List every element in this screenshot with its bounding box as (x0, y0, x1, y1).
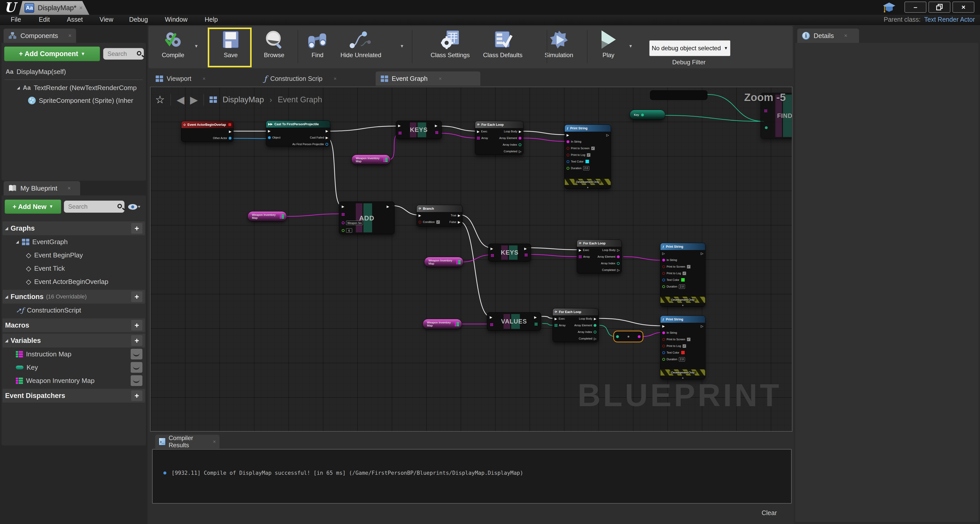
add-macros-button[interactable]: + (131, 320, 142, 330)
map-pin[interactable] (555, 324, 557, 327)
exec-pin[interactable]: ▶ (594, 317, 597, 321)
node-values[interactable]: VALUES▶▶ (487, 312, 541, 330)
expand-caret-icon[interactable]: ▲ (587, 186, 589, 189)
node-for-each-loop[interactable]: ⟳For Each Loop▶ExecLoop Body▷ArrayArray … (577, 240, 622, 273)
checkbox[interactable]: ✓ (682, 344, 686, 348)
color-swatch[interactable] (681, 351, 685, 355)
my-blueprint-search-input[interactable] (64, 200, 124, 213)
exec-pin[interactable]: ▶ (534, 316, 537, 319)
data-pin[interactable] (638, 335, 641, 338)
data-pin[interactable] (662, 259, 665, 262)
map-pin[interactable] (490, 323, 493, 326)
compiler-results-tab[interactable]: ›_ Compiler Results× (155, 435, 220, 448)
checkbox[interactable]: ✓ (687, 265, 690, 268)
menu-help[interactable]: Help (205, 16, 218, 23)
tab-close-icon[interactable]: × (334, 76, 337, 82)
tab-event-graph[interactable]: Event Graph× (375, 71, 480, 86)
nav-back-icon[interactable]: ◀ (177, 94, 185, 106)
data-pin[interactable] (662, 272, 665, 275)
map-pin[interactable] (399, 132, 401, 135)
bp-item-event-actorbeginoverlap[interactable]: ◇Event ActorBeginOverlap (2, 275, 146, 288)
add-graphs-button[interactable]: + (131, 223, 142, 234)
component-textrender-newtextrendercomp[interactable]: ◢AaTextRender (NewTextRenderComp (2, 81, 146, 94)
value-field[interactable]: 2.0 (679, 284, 685, 289)
exec-pin[interactable]: ▶ (435, 124, 438, 127)
expand-caret-icon[interactable]: ▲ (682, 376, 684, 379)
menu-file[interactable]: File (11, 16, 21, 23)
bp-item-instruction-map[interactable]: Instruction Map (2, 348, 146, 361)
favorite-star-icon[interactable]: ☆ (155, 94, 165, 106)
play-options-caret[interactable]: ▾ (629, 43, 632, 49)
value-field[interactable]: 6 (346, 228, 352, 233)
tab-viewport[interactable]: Viewport× (151, 71, 258, 86)
value-field[interactable]: 2.0 (679, 357, 685, 362)
exec-pin[interactable]: ▶ (519, 130, 522, 133)
data-pin[interactable] (662, 345, 665, 348)
exec-pin[interactable]: ▶ (490, 316, 492, 319)
close-button[interactable]: × (953, 2, 974, 13)
section-macros[interactable]: Macros+ (3, 318, 145, 332)
asset-tab-displaymap[interactable]: Aa DisplayMap* × (19, 1, 89, 15)
hide-unrelated-caret[interactable]: ▾ (401, 43, 403, 49)
data-pin[interactable] (519, 137, 522, 140)
data-pin[interactable] (325, 143, 328, 146)
node-add[interactable]: ADD▶▶Weapon Six6 (339, 202, 395, 234)
exec-pin[interactable]: ▶ (490, 247, 493, 250)
data-pin[interactable] (519, 143, 522, 146)
node-branch[interactable]: ⟳Branch▶True▶Condition✓False▶ (417, 205, 463, 227)
data-pin[interactable] (268, 136, 271, 139)
tab-close-icon[interactable]: × (203, 76, 206, 82)
components-panel-tab[interactable]: Components× (3, 29, 76, 43)
node-cast-to-firstpersonprojectile[interactable]: ▶▶Cast To FirstPersonProjectile▶▶ObjectC… (266, 121, 330, 146)
variable-pill-weapon-inventory-map[interactable]: Weapon Inventory Map (352, 155, 390, 165)
expand-arrow-icon[interactable]: ◢ (16, 240, 19, 244)
node-print-string[interactable]: ƒPrint String▶▷In StringPrint to Screen✓… (565, 124, 611, 189)
node-print-string[interactable]: ƒPrint String▶▷In StringPrint to Screen✓… (660, 316, 705, 380)
data-pin[interactable] (418, 221, 422, 224)
menu-debug[interactable]: Debug (129, 16, 148, 23)
nav-forward-icon[interactable]: ▶ (190, 94, 198, 106)
expand-arrow-icon[interactable]: ◢ (5, 294, 8, 299)
restore-button[interactable] (928, 2, 950, 13)
data-pin[interactable] (662, 338, 665, 341)
my-blueprint-panel-tab[interactable]: My Blueprint× (3, 181, 80, 195)
bp-item-constructionscript[interactable]: ➚ƒConstructionScript (2, 303, 146, 317)
data-pin[interactable] (662, 351, 665, 354)
data-pin[interactable] (662, 331, 665, 334)
variable-pill-key[interactable]: Key (630, 110, 665, 120)
exec-pin[interactable]: ▶ (398, 124, 401, 127)
exec-pin[interactable]: ▷ (701, 324, 703, 328)
node-convert-to-string[interactable] (613, 330, 643, 342)
toolbar-find[interactable]: Find (293, 29, 342, 59)
exec-pin[interactable]: ▶ (458, 221, 460, 224)
variable-pill-weapon-inventory-map[interactable]: Weapon Inventory Map (424, 257, 463, 267)
checkbox[interactable]: ✓ (687, 338, 690, 341)
expand-arrow-icon[interactable]: ◢ (5, 226, 8, 230)
checkbox[interactable]: ✓ (436, 220, 440, 224)
bp-item-key[interactable]: Key (2, 361, 146, 374)
value-field[interactable]: 2.0 (583, 166, 590, 170)
map-pin[interactable] (342, 213, 345, 216)
data-pin[interactable] (662, 265, 665, 268)
exec-pin[interactable]: ▶ (326, 129, 328, 133)
breadcrumb-root[interactable]: DisplayMap (223, 95, 264, 104)
exec-pin[interactable]: ▷ (606, 133, 609, 137)
parent-class-link[interactable]: Text Render Actor (924, 16, 975, 23)
compiler-results-log[interactable]: [9932.11] Compile of DisplayMap successf… (152, 449, 792, 503)
exec-pin[interactable]: ▶ (387, 205, 389, 208)
value-field[interactable]: Weapon Six (346, 221, 363, 225)
exec-pin[interactable]: ▶ (342, 205, 344, 208)
exec-pin[interactable]: ▷ (594, 337, 597, 340)
map-pin[interactable] (764, 110, 767, 112)
exec-pin[interactable]: ▷ (617, 248, 620, 252)
add-functions-button[interactable]: + (131, 291, 142, 302)
expand-arrow-icon[interactable]: ◢ (5, 338, 8, 343)
bp-item-event-beginplay[interactable]: ◇Event BeginPlay (2, 248, 146, 262)
menu-edit[interactable]: Edit (39, 16, 50, 23)
data-pin[interactable] (342, 221, 345, 224)
section-event-dispatchers[interactable]: Event Dispatchers+ (3, 389, 145, 403)
exec-pin[interactable]: ▶ (268, 129, 270, 133)
data-pin[interactable] (566, 154, 570, 156)
data-pin[interactable] (593, 330, 597, 333)
node-keys[interactable]: KEYS▶▶ (488, 244, 531, 262)
